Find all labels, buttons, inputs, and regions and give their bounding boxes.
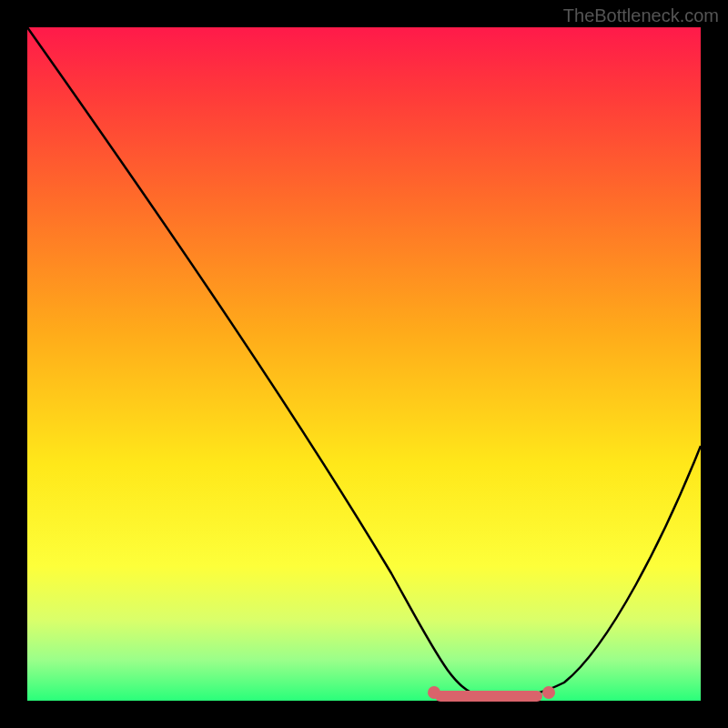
optimal-range-dot-right bbox=[542, 686, 555, 699]
watermark-text: TheBottleneck.com bbox=[563, 5, 719, 26]
curve-path bbox=[27, 27, 701, 697]
optimal-range-marker bbox=[435, 691, 542, 702]
chart-container: TheBottleneck.com bbox=[0, 0, 728, 728]
bottleneck-curve bbox=[27, 27, 701, 701]
optimal-range-dot-left bbox=[428, 686, 440, 699]
